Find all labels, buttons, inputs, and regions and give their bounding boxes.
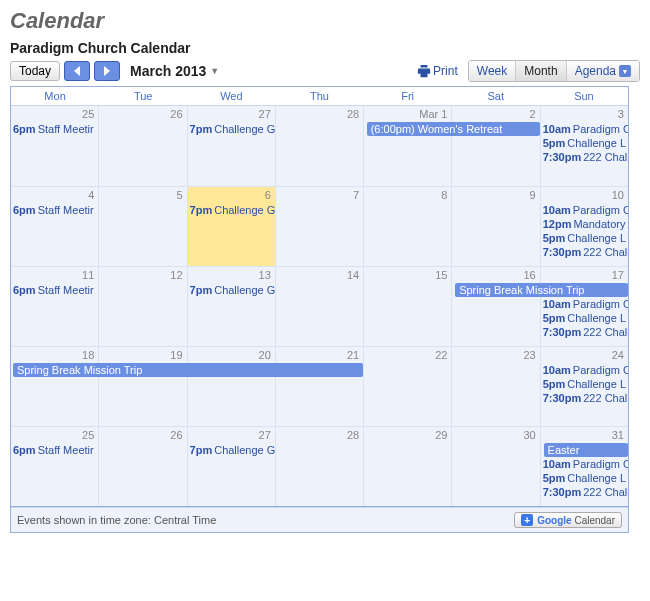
day-number[interactable]: 27 (259, 429, 271, 441)
event[interactable]: 6pmStaff Meetir (11, 203, 98, 217)
event[interactable]: 5pmChallenge L (541, 231, 628, 245)
day-cell[interactable]: 277pmChallenge G (187, 106, 275, 186)
day-number[interactable]: 2 (530, 108, 536, 120)
day-cell[interactable]: 2 (451, 106, 539, 186)
day-cell[interactable]: 12 (98, 267, 186, 346)
event[interactable]: 5pmChallenge L (541, 471, 628, 485)
day-cell[interactable]: 46pmStaff Meetir (11, 187, 98, 266)
event[interactable]: 7:30pm222 Chall (541, 485, 628, 499)
event[interactable]: 7pmChallenge G (188, 443, 275, 457)
day-number[interactable]: 25 (82, 429, 94, 441)
day-cell[interactable]: 8 (363, 187, 451, 266)
event[interactable]: 7pmChallenge G (188, 203, 275, 217)
day-number[interactable]: 19 (170, 349, 182, 361)
day-number[interactable]: 5 (176, 189, 182, 201)
day-number[interactable]: 4 (88, 189, 94, 201)
multi-day-event[interactable]: Easter (544, 443, 628, 457)
day-cell[interactable]: 67pmChallenge G (187, 187, 275, 266)
day-cell[interactable]: 137pmChallenge G (187, 267, 275, 346)
day-cell[interactable]: 18 (11, 347, 98, 426)
event[interactable]: 6pmStaff Meetir (11, 122, 98, 136)
event[interactable]: 6pmStaff Meetir (11, 283, 98, 297)
day-number[interactable]: 11 (82, 269, 94, 281)
day-number[interactable]: 26 (170, 108, 182, 120)
next-month-button[interactable] (94, 61, 120, 81)
day-cell[interactable]: 26 (98, 427, 186, 506)
event[interactable]: 5pmChallenge L (541, 136, 628, 150)
day-cell[interactable]: 22 (363, 347, 451, 426)
day-number[interactable]: 14 (347, 269, 359, 281)
day-number[interactable]: 28 (347, 429, 359, 441)
day-number[interactable]: 24 (612, 349, 624, 361)
event[interactable]: 6pmStaff Meetir (11, 443, 98, 457)
day-number[interactable]: 3 (618, 108, 624, 120)
event[interactable]: 7:30pm222 Chall (541, 391, 628, 405)
day-number[interactable]: 23 (523, 349, 535, 361)
day-number[interactable]: 26 (170, 429, 182, 441)
day-cell[interactable]: Mar 1 (363, 106, 451, 186)
event[interactable]: 10amParadigm C (541, 363, 628, 377)
day-cell[interactable]: 2410amParadigm C5pmChallenge L7:30pm222 … (540, 347, 628, 426)
day-number[interactable]: 28 (347, 108, 359, 120)
tab-week[interactable]: Week (469, 61, 515, 81)
agenda-dropdown-icon[interactable]: ▼ (619, 65, 631, 77)
day-number[interactable]: 8 (441, 189, 447, 201)
multi-day-event[interactable]: Spring Break Mission Trip (455, 283, 628, 297)
day-cell[interactable]: 9 (451, 187, 539, 266)
day-number[interactable]: 31 (612, 429, 624, 441)
day-number[interactable]: 9 (530, 189, 536, 201)
prev-month-button[interactable] (64, 61, 90, 81)
event[interactable]: 5pmChallenge L (541, 377, 628, 391)
day-number[interactable]: 13 (259, 269, 271, 281)
tab-agenda[interactable]: Agenda ▼ (566, 61, 639, 81)
day-cell[interactable]: 256pmStaff Meetir (11, 106, 98, 186)
day-cell[interactable]: 7 (275, 187, 363, 266)
event[interactable]: 10amParadigm C (541, 122, 628, 136)
add-google-calendar-button[interactable]: + Google Calendar (514, 512, 622, 528)
day-number[interactable]: 7 (353, 189, 359, 201)
event[interactable]: 10amParadigm C (541, 203, 628, 217)
day-number[interactable]: Mar 1 (419, 108, 447, 120)
day-number[interactable]: 25 (82, 108, 94, 120)
day-cell[interactable]: 21 (275, 347, 363, 426)
event[interactable]: 10amParadigm C (541, 297, 628, 311)
event[interactable]: 10amParadigm C (541, 457, 628, 471)
tab-month[interactable]: Month (515, 61, 565, 81)
event[interactable]: 5pmChallenge L (541, 311, 628, 325)
event[interactable]: 7pmChallenge G (188, 122, 275, 136)
day-cell[interactable]: 277pmChallenge G (187, 427, 275, 506)
print-button[interactable]: Print (417, 64, 458, 78)
event[interactable]: 12pmMandatory (541, 217, 628, 231)
day-cell[interactable]: 116pmStaff Meetir (11, 267, 98, 346)
day-cell[interactable]: 16 (451, 267, 539, 346)
day-cell[interactable]: 1710amParadigm C5pmChallenge L7:30pm222 … (540, 267, 628, 346)
today-button[interactable]: Today (10, 61, 60, 81)
day-number[interactable]: 18 (82, 349, 94, 361)
day-cell[interactable]: 1010amParadigm C12pmMandatory5pmChalleng… (540, 187, 628, 266)
day-cell[interactable]: 3110amParadigm C5pmChallenge L7:30pm222 … (540, 427, 628, 506)
day-number[interactable]: 16 (523, 269, 535, 281)
day-cell[interactable]: 28 (275, 106, 363, 186)
day-cell[interactable]: 5 (98, 187, 186, 266)
day-number[interactable]: 20 (259, 349, 271, 361)
month-picker[interactable]: March 2013 ▼ (130, 63, 219, 79)
multi-day-event[interactable]: Spring Break Mission Trip (13, 363, 363, 377)
day-number[interactable]: 27 (259, 108, 271, 120)
day-cell[interactable]: 23 (451, 347, 539, 426)
day-number[interactable]: 22 (435, 349, 447, 361)
day-cell[interactable]: 15 (363, 267, 451, 346)
day-number[interactable]: 29 (435, 429, 447, 441)
day-cell[interactable]: 14 (275, 267, 363, 346)
day-number[interactable]: 17 (612, 269, 624, 281)
day-cell[interactable]: 29 (363, 427, 451, 506)
day-number[interactable]: 6 (265, 189, 271, 201)
day-number[interactable]: 30 (523, 429, 535, 441)
day-cell[interactable]: 256pmStaff Meetir (11, 427, 98, 506)
day-number[interactable]: 15 (435, 269, 447, 281)
day-number[interactable]: 21 (347, 349, 359, 361)
day-cell[interactable]: 28 (275, 427, 363, 506)
event[interactable]: 7:30pm222 Chall (541, 245, 628, 259)
day-cell[interactable]: 310amParadigm C5pmChallenge L7:30pm222 C… (540, 106, 628, 186)
day-number[interactable]: 10 (612, 189, 624, 201)
day-cell[interactable]: 26 (98, 106, 186, 186)
